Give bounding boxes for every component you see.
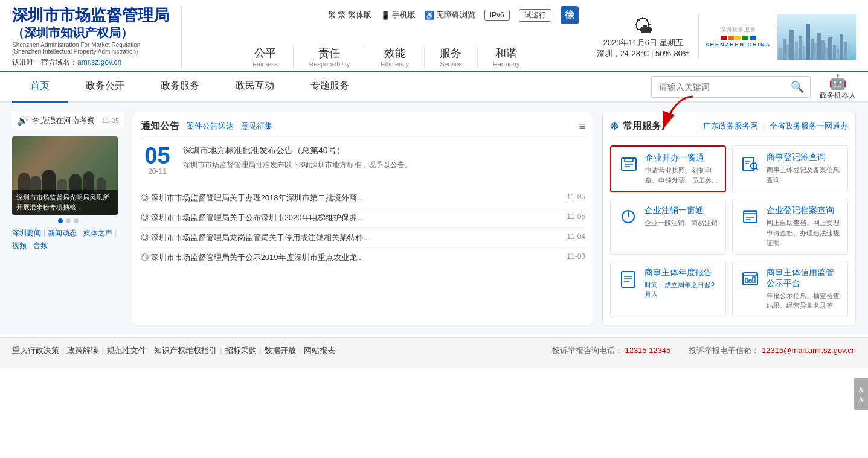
trial-label: 试运行	[524, 11, 546, 19]
fsep2: |	[101, 346, 103, 355]
notice-item-3: ◎ 深圳市市场监督管理局关于公示2019年度深圳市重点农业龙... 11-03	[141, 248, 585, 267]
value-en-fairness: Fairness	[252, 60, 278, 68]
link-audio[interactable]: 音频	[33, 241, 48, 251]
notice-item-text-3[interactable]: ◎ 深圳市市场监督管理局关于公示2019年度深圳市重点农业龙...	[141, 252, 561, 263]
sep2: |	[79, 228, 81, 238]
search-input[interactable]	[652, 78, 785, 95]
value-responsibility: 责任 Responsibility	[294, 46, 365, 68]
notice-item-date-1: 11-05	[567, 212, 585, 223]
service-info-annual-report: 商事主体年度报告 时间：成立周年之日起2月内	[645, 267, 719, 311]
notice-tab-2[interactable]: 意见征集	[241, 121, 272, 132]
footer-links: 重大行政决策 | 政策解读 | 规范性文件 | 知识产权维权指引 | 招标采购 …	[12, 345, 856, 356]
main-content: 🔊 李克强在河南考察 11-05 深圳市市场监督局光明局风凰所开展混米粉专项抽检…	[0, 103, 868, 334]
service-info-enterprise-cancel: 企业注销一窗通 企业一般注销、简易注销	[645, 205, 719, 248]
nav-item-home[interactable]: 首页	[12, 71, 68, 103]
footer: 重大行政决策 | 政策解读 | 规范性文件 | 知识产权维权指引 | 招标采购 …	[0, 337, 868, 368]
service-biz-register[interactable]: 商事登记筹查询 商事主体登记及备案信息查询	[732, 145, 848, 192]
nav-bar: 首页 政务公开 政务服务 政民互动 专题服务 🔍 🤖 政务机器人	[0, 72, 868, 103]
cs-link-sep: |	[763, 122, 765, 131]
mobile-icon: 📱	[381, 11, 390, 20]
service-enterprise-archive[interactable]: 企业登记档案查询 网上自助查档、网上受理申请查档、办理违法违规证明	[732, 199, 848, 255]
service-credit-supervision[interactable]: 商事主体信用监管公示平台 年报公示信息、抽查检查结果、经营异常名录等	[732, 261, 848, 317]
value-zh-fairness: 公平	[252, 46, 278, 60]
trial-badge[interactable]: 试运行	[519, 9, 551, 22]
service-enterprise-open[interactable]: 企业开办一窗通 申请营业执照、刻制印章、申领发票、员工参保登记、公积金...	[610, 145, 726, 192]
dot-3[interactable]	[74, 218, 79, 223]
notice-item-text-1[interactable]: ◎ 深圳市市场监督管理局关于公布深圳市2020年电梯维护保养...	[141, 212, 561, 223]
service-desc-enterprise-archive: 网上自助查档、网上受理申请查档、办理违法违规证明	[767, 218, 841, 248]
left-column: 🔊 李克强在河南考察 11-05 深圳市市场监督局光明局风凰所开展混米粉专项抽检…	[12, 112, 124, 325]
nav-item-interaction[interactable]: 政民互动	[217, 71, 292, 103]
complaint-email-area: 投诉举报电子信箱： 12315@mail.amr.sz.gov.cn	[689, 345, 856, 356]
link-news-updates[interactable]: 新闻动态	[48, 228, 77, 238]
service-icon-credit-supervision	[739, 267, 762, 290]
cs-link-1[interactable]: 广东政务服务网	[703, 121, 758, 132]
notice-tab-1[interactable]: 案件公告送达	[187, 119, 234, 133]
robot-label: 政务机器人	[820, 91, 856, 101]
notice-day: 05	[141, 144, 174, 167]
footer-link-ipr[interactable]: 知识产权维权指引	[154, 345, 217, 356]
complaint-phone: 12315·12345	[625, 346, 670, 355]
svg-rect-24	[749, 280, 751, 282]
link-sz-news[interactable]: 深圳要闻	[12, 228, 41, 238]
link-video[interactable]: 视频	[12, 241, 27, 251]
notice-item-text-0[interactable]: ◎ 深圳市市场监督管理局关于办理2018年深圳市第二批境外商...	[141, 192, 561, 203]
complaint-phone-label: 投诉举报咨询电话：	[552, 346, 623, 355]
dot-2[interactable]	[66, 218, 71, 223]
news-image[interactable]: 深圳市市场监督局光明局风凰所开展混米粉专项抽检...	[12, 136, 118, 215]
accessibility-btn[interactable]: ♿ 无障碍浏览	[425, 10, 475, 21]
value-fairness: 公平 Fairness	[237, 46, 293, 68]
logo-area: 深圳市市场监督管理局 （深圳市知识产权局） Shenzhen Administr…	[12, 6, 182, 68]
service-info-credit-supervision: 商事主体信用监管公示平台 年报公示信息、抽查检查结果、经营异常名录等	[767, 267, 841, 311]
city-skyline	[777, 14, 856, 60]
complaint-email-label: 投诉举报电子信箱：	[689, 346, 759, 355]
footer-link-opendata[interactable]: 数据开放	[265, 345, 296, 356]
ipv6-badge[interactable]: IPv6	[484, 10, 510, 21]
footer-link-normative[interactable]: 规范性文件	[107, 345, 146, 356]
sz-brand-text: 深圳政务服务	[720, 26, 756, 34]
notice-main-title[interactable]: 深圳市地方标准批准发布公告（总第40号）	[183, 144, 585, 157]
service-enterprise-cancel[interactable]: 企业注销一窗通 企业一般注销、简易注销	[610, 199, 726, 255]
weather-text: 深圳，24-28°C | 50%-80%	[597, 48, 690, 59]
svg-rect-23	[745, 278, 748, 282]
service-name-credit-supervision: 商事主体信用监管公示平台	[767, 267, 841, 289]
service-desc-biz-register: 商事主体登记及备案信息查询	[767, 165, 841, 185]
service-name-enterprise-archive: 企业登记档案查询	[767, 205, 841, 216]
cs-link-2[interactable]: 全省政务服务一网通办	[770, 121, 848, 132]
link-media[interactable]: 媒体之声	[83, 228, 112, 238]
sep4: |	[29, 241, 31, 251]
shenzhen-brand-area: 深圳政务服务 SHENZHEN CHINA	[699, 26, 777, 48]
service-annual-report[interactable]: 商事主体年度报告 时间：成立周年之日起2月内	[610, 261, 726, 317]
robot-button[interactable]: 🤖 政务机器人	[820, 74, 856, 101]
cs-title: 常用服务	[623, 120, 661, 133]
notice-item-2: ◎ 深圳市市场监督管理局龙岗监管局关于停用或注销相关某特种... 11-04	[141, 228, 585, 248]
common-services-panel: ❄ 常用服务 广东政务服务网 | 全省政务服务一网通办	[602, 112, 856, 325]
nav-item-special[interactable]: 专题服务	[292, 71, 367, 103]
notice-title: 通知公告	[141, 120, 179, 133]
nav-items: 首页 政务公开 政务服务 政民互动 专题服务	[12, 71, 367, 103]
trad-icon: 繁	[328, 10, 336, 21]
footer-link-bid[interactable]: 招标采购	[225, 345, 257, 356]
mobile-btn[interactable]: 📱 手机版	[381, 10, 416, 21]
footer-link-policy[interactable]: 重大行政决策	[12, 345, 59, 356]
trad-label: 繁 繁体版	[338, 10, 371, 21]
nav-item-gov-service[interactable]: 政务服务	[143, 71, 217, 103]
svg-line-7	[756, 168, 758, 170]
footer-link-report[interactable]: 网站报表	[304, 345, 335, 356]
value-en-harm: Harmony	[493, 60, 520, 68]
footer-right: 投诉举报咨询电话： 12315·12345 投诉举报电子信箱： 12315@ma…	[552, 345, 856, 356]
notice-item-text-2[interactable]: ◎ 深圳市市场监督管理局龙岗监管局关于停用或注销相关某特种...	[141, 232, 561, 243]
cs-links-area: 广东政务服务网 | 全省政务服务一网通办	[703, 121, 848, 132]
footer-link-interpret[interactable]: 政策解读	[67, 345, 98, 356]
notice-more-icon[interactable]: ≡	[579, 120, 585, 133]
value-en-eff: Efficiency	[381, 60, 409, 68]
notice-item-date-2: 11-04	[567, 232, 585, 243]
svg-rect-25	[753, 277, 755, 282]
domain-line: 认准唯一官方域名：amr.sz.gov.cn	[12, 57, 169, 68]
search-button[interactable]: 🔍	[785, 77, 810, 97]
trad-chinese-btn[interactable]: 繁 繁 繁体版	[328, 10, 371, 21]
accessibility-icon: ♿	[425, 11, 434, 20]
nav-item-gov-open[interactable]: 政务公开	[68, 71, 143, 103]
dot-1[interactable]	[58, 218, 63, 223]
sz-service-icon[interactable]: 徐	[561, 6, 579, 24]
